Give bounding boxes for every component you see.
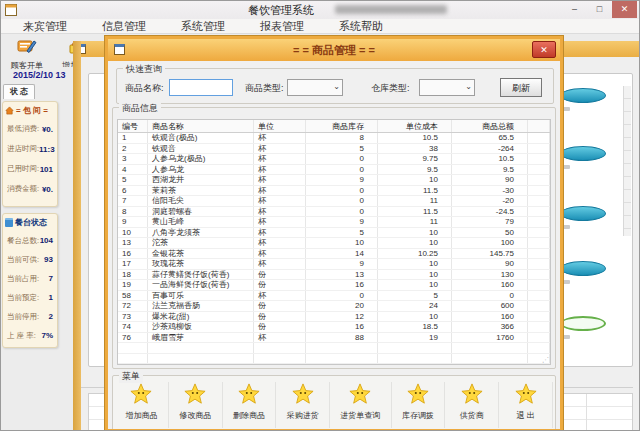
table-row[interactable] [118, 343, 550, 354]
column-header[interactable]: 商品库存 [306, 120, 378, 132]
stat-label: 当前占用: [7, 274, 39, 284]
menu-item-5[interactable]: 系统帮助 [339, 19, 397, 34]
table-cell: 11.5 [378, 207, 452, 217]
table-row[interactable]: 74沙茶鸡柳饭份1618.5366 [118, 322, 550, 333]
table-cell: 38 [378, 144, 452, 154]
table-cell: 5 [378, 291, 452, 301]
column-header[interactable]: 商品总额 [452, 120, 528, 132]
table-row[interactable]: 16金银花茶杯1410.25145.75 [118, 249, 550, 260]
menu-button-8[interactable]: 退 出 [499, 382, 553, 428]
table-row[interactable]: 58百事可乐杯050 [118, 291, 550, 302]
menu-item-3[interactable]: 系统管理 [181, 19, 239, 34]
table-cell: 铁观音 [148, 144, 254, 154]
table-cell [148, 354, 254, 364]
close-icon[interactable]: ✕ [612, 1, 637, 18]
menu-button-3[interactable]: 删除商品 [223, 382, 277, 428]
table-cell: 0 [306, 165, 378, 175]
menu-button-5[interactable]: 进货单查询 [330, 382, 392, 428]
table-row[interactable]: 72法兰克福香肠份2024600 [118, 301, 550, 312]
resize-grip[interactable]: ⋰ [542, 356, 549, 364]
menu-button-1[interactable]: 增加商品 [115, 382, 169, 428]
table-pill-button[interactable] [560, 316, 606, 331]
warehouse-type-select[interactable]: ⌄ [419, 79, 475, 96]
minimize-icon[interactable]: – [562, 1, 587, 18]
tab-status[interactable]: 状 态 [3, 84, 35, 99]
table-pill-button[interactable] [560, 88, 606, 103]
table-row[interactable]: 10八角亭龙须茶杯51050 [118, 228, 550, 239]
menu-button-4[interactable]: 采购进货 [276, 382, 330, 428]
column-header[interactable]: 编号 [118, 120, 148, 132]
table-row[interactable]: 19一品海鲜煲仔饭(荷香)份1610160 [118, 280, 550, 291]
table-pill-caption [563, 335, 570, 339]
table-cell: 份 [254, 312, 306, 322]
grid-line [586, 394, 587, 431]
table-row[interactable]: 73爆米花(甜)份1210160 [118, 312, 550, 323]
app-icon [5, 4, 17, 16]
table-cell: 72 [118, 301, 148, 311]
table-row[interactable] [118, 354, 550, 365]
maximize-icon[interactable]: □ [587, 1, 612, 18]
dialog-titlebar[interactable]: = = 商品管理 = = ✕ [108, 39, 560, 61]
table-cell: 9.5 [378, 165, 452, 175]
stat-value: 1 [49, 293, 53, 302]
menu-item-4[interactable]: 报表管理 [260, 19, 318, 34]
table-cell: 铁观音(极品) [148, 133, 254, 143]
table-map-scrollbar[interactable] [623, 86, 631, 236]
table-cell: 8 [306, 133, 378, 143]
star-icon [130, 383, 152, 405]
table-row[interactable]: 13沱茶杯1010100 [118, 238, 550, 249]
table-cell [528, 333, 550, 343]
stat-row: 消费金额:¥0. [5, 179, 55, 199]
refresh-button[interactable]: 刷新 [500, 78, 542, 97]
table-cell [528, 228, 550, 238]
table-cell: 份 [254, 270, 306, 280]
menu-button-7[interactable]: 供货商 [445, 382, 499, 428]
table-pill-button[interactable] [560, 261, 606, 276]
table-cell: 杯 [254, 291, 306, 301]
table-row[interactable]: 7信阳毛尖杯011-20 [118, 196, 550, 207]
table-pill-button[interactable] [560, 206, 606, 221]
dialog-close-icon[interactable]: ✕ [532, 41, 556, 58]
table-cell: 份 [254, 301, 306, 311]
table-cell [306, 343, 378, 353]
menu-button-6[interactable]: 库存调拨 [392, 382, 446, 428]
star-icon [461, 383, 483, 405]
table-row[interactable]: 1铁观音(极品)杯810.565.5 [118, 133, 550, 144]
stat-value: 104 [40, 236, 53, 245]
table-pill-button[interactable] [560, 146, 606, 161]
table-row[interactable]: 4人参乌龙杯09.59.5 [118, 165, 550, 176]
table-cell: 76 [118, 333, 148, 343]
star-icon [515, 383, 537, 405]
product-type-select[interactable]: ⌄ [287, 79, 343, 96]
menu-item-2[interactable]: 信息管理 [102, 19, 160, 34]
table-cell: 西湖龙井 [148, 175, 254, 185]
table-row[interactable]: 2铁观音杯538-264 [118, 144, 550, 155]
table-status-panel: 餐台状态 餐台总数:104当前可供:93当前占用:7当前预定:1当前停用:2上 … [2, 213, 58, 348]
table-row[interactable]: 76峨眉雪芽杯88191760 [118, 333, 550, 344]
product-name-input[interactable] [169, 79, 233, 96]
table-cell [528, 270, 550, 280]
table-cell [528, 217, 550, 227]
table-cell: 杯 [254, 259, 306, 269]
star-icon [349, 383, 371, 405]
table-cell: 2 [118, 144, 148, 154]
table-row[interactable]: 6茉莉茶杯011.5-30 [118, 186, 550, 197]
open-bill-button[interactable]: 顾客开单 [4, 37, 50, 67]
menu-item-1[interactable]: 来宾管理 [23, 19, 81, 34]
column-header[interactable]: 商品名称 [148, 120, 254, 132]
table-row[interactable]: 18蒜仔黄鳝煲仔饭(荷香)份1310130 [118, 270, 550, 281]
table-cell: 杯 [254, 133, 306, 143]
table-cell: 9 [306, 259, 378, 269]
table-header-row: 编号商品名称单位商品库存单位成本商品总额 [118, 120, 550, 133]
table-row[interactable]: 8洞庭碧螺春杯011.5-24.5 [118, 207, 550, 218]
table-row[interactable]: 5西湖龙井杯91090 [118, 175, 550, 186]
table-pill-caption [563, 107, 570, 111]
column-header[interactable]: 单位成本 [378, 120, 452, 132]
menu-button-2[interactable]: 修改商品 [169, 382, 223, 428]
table-cell [528, 196, 550, 206]
title-bar[interactable]: 餐饮管理系统 – □ ✕ [1, 1, 639, 19]
column-header[interactable]: 单位 [254, 120, 306, 132]
table-row[interactable]: 17玫瑰花茶杯91090 [118, 259, 550, 270]
table-row[interactable]: 3人参乌龙(极品)杯09.7510.5 [118, 154, 550, 165]
table-row[interactable]: 9黄山毛峰杯91179 [118, 217, 550, 228]
